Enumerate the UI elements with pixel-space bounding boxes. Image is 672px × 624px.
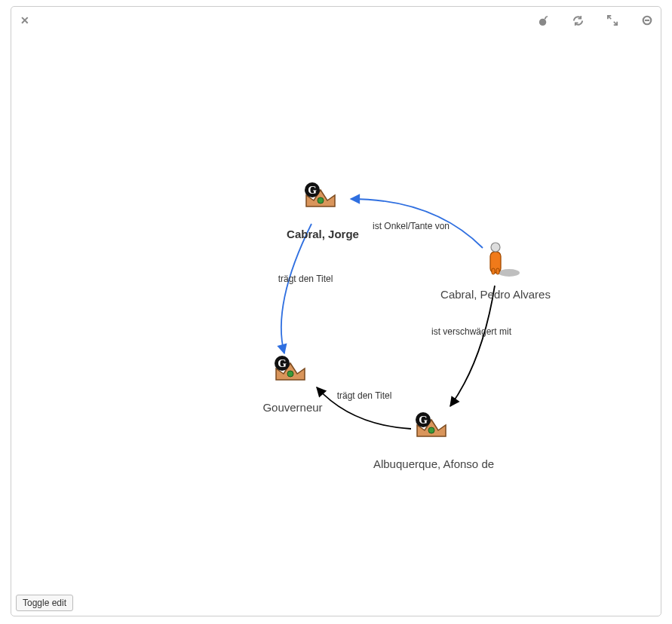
node-gouv[interactable]: G Gouverneur: [262, 356, 322, 414]
edge-label: trägt den Titel: [278, 274, 333, 284]
node-label: Albuquerque, Afonso de: [373, 457, 494, 470]
edge-path: [281, 224, 311, 353]
node-jorge[interactable]: G Cabral, Jorge: [287, 182, 359, 240]
node-label: Cabral, Jorge: [287, 228, 359, 240]
edge-label: ist Onkel/Tante von: [373, 221, 450, 231]
edge: ist Onkel/Tante von: [351, 199, 483, 248]
graph-panel: ✕ G: [11, 6, 661, 616]
edge-label: trägt den Titel: [337, 390, 392, 401]
svg-rect-19: [496, 268, 499, 274]
svg-point-20: [491, 243, 500, 252]
node-pedro[interactable]: Cabral, Pedro Alvares: [440, 243, 551, 301]
node-afonso[interactable]: G Albuquerque, Afonso de: [373, 412, 494, 470]
edge: trägt den Titel: [317, 387, 411, 429]
svg-text:G: G: [419, 414, 428, 426]
toggle-edit-button[interactable]: Toggle edit: [16, 595, 73, 611]
svg-text:G: G: [308, 184, 317, 196]
graph-canvas[interactable]: G ist Onkel/Tante vonträgt den Titelist …: [11, 7, 662, 617]
edge-label: ist verschwägert mit: [431, 326, 512, 337]
svg-point-24: [428, 427, 434, 433]
edge: trägt den Titel: [278, 224, 333, 353]
edge-path: [450, 286, 495, 406]
crown-icon: G: [305, 182, 335, 206]
crown-icon: G: [416, 412, 446, 436]
svg-point-21: [287, 371, 293, 377]
person-icon: [490, 243, 520, 277]
node-label: Gouverneur: [262, 401, 322, 414]
node-label: Cabral, Pedro Alvares: [440, 288, 551, 301]
edge: ist verschwägert mit: [431, 286, 512, 406]
crown-icon: G: [275, 356, 305, 380]
svg-text:G: G: [278, 357, 287, 369]
svg-rect-18: [492, 268, 495, 274]
svg-point-16: [499, 269, 520, 277]
svg-point-13: [318, 197, 324, 203]
